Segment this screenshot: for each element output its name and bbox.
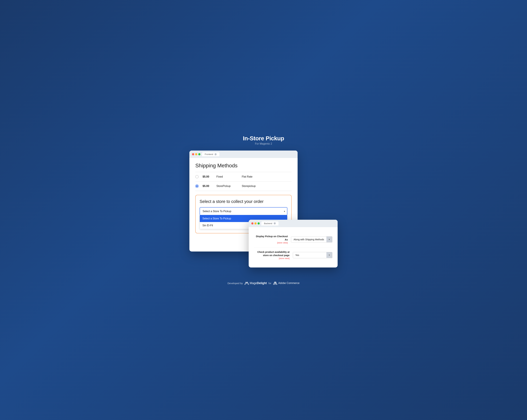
- dot-green: [198, 153, 200, 155]
- radio-storepickup[interactable]: [195, 185, 199, 188]
- frontend-tab-label: Frontend: [205, 153, 213, 155]
- adobe-commerce-text: Adobe Commerce: [278, 282, 300, 285]
- shipping-title: Shipping Methods: [195, 163, 292, 169]
- backend-label-display: Display Pickup on Checkout As [store vie…: [254, 235, 288, 244]
- shipping-row-2: $5.00 StorePickup Storepickup: [195, 181, 292, 191]
- frontend-tab: Frontend ✕: [202, 152, 219, 156]
- windows-area: Frontend ✕ Shipping Methods $5.00 Fixed …: [189, 151, 338, 263]
- shipping-row-1: $5.00 Fixed Flat Rate: [195, 172, 292, 181]
- radio-flat-rate[interactable]: [195, 175, 199, 178]
- adobe-icon: [273, 281, 277, 285]
- backend-titlebar: Backend ✕: [249, 220, 338, 227]
- brand-delight: Delight: [257, 281, 267, 285]
- window-controls: [192, 153, 200, 155]
- page-subtitle: For Magento 2: [243, 142, 284, 145]
- divider-bottom: [195, 191, 292, 191]
- backend-tab-close-icon[interactable]: ✕: [274, 222, 276, 224]
- frontend-titlebar: Frontend ✕: [189, 151, 297, 158]
- tab-close-icon[interactable]: ✕: [214, 153, 217, 155]
- backend-select-availability-value: Yes: [293, 252, 326, 258]
- footer-developed-by: Developed by: [227, 282, 243, 285]
- backend-store-view-1: [store view]: [254, 241, 288, 244]
- label-flat-rate: Flat Rate: [242, 175, 253, 178]
- backend-label-availability: Check product availability atstore on ch…: [254, 250, 289, 260]
- backend-select-availability: Yes ▾: [293, 252, 332, 258]
- backend-body: Display Pickup on Checkout As [store vie…: [249, 227, 338, 267]
- backend-dot-red: [251, 222, 253, 224]
- radio-inner-storepickup: [196, 185, 198, 187]
- page-title: In-Store Pickup: [243, 135, 284, 142]
- backend-select-display-btn[interactable]: ▾: [326, 236, 332, 242]
- backend-tab-label: Backend: [264, 222, 272, 225]
- select-wrapper: Select a Store To Pickup Sin El-Fil ▾: [200, 207, 287, 215]
- dot-yellow: [195, 153, 197, 155]
- brand-mage: Mage: [250, 281, 257, 285]
- magedelight-icon: [244, 281, 249, 285]
- method-flat-rate: Fixed: [216, 175, 238, 178]
- backend-store-view-2: [store view]: [254, 257, 289, 260]
- backend-select-display-value: Along with Shipping Methods: [291, 236, 326, 243]
- adobe-commerce-logo: Adobe Commerce: [273, 281, 300, 285]
- dot-red: [192, 153, 194, 155]
- backend-window: Backend ✕ Display Pickup on Checkout As …: [249, 220, 338, 267]
- label-storepickup: Storepickup: [242, 185, 256, 188]
- backend-tab: Backend ✕: [261, 221, 278, 225]
- backend-row-display: Display Pickup on Checkout As [store vie…: [254, 232, 332, 247]
- footer-for: for: [268, 282, 271, 285]
- page-footer: Developed by MageDelight for Adobe Comme…: [227, 281, 299, 285]
- magedelight-logo: MageDelight: [244, 281, 267, 285]
- backend-select-display: Along with Shipping Methods ▾: [291, 236, 332, 243]
- method-storepickup: StorePickup: [216, 185, 238, 188]
- page-header: In-Store Pickup For Magento 2: [243, 135, 284, 145]
- backend-dot-yellow: [254, 222, 257, 224]
- price-flat-rate: $5.00: [203, 175, 212, 178]
- backend-dot-green: [258, 222, 260, 224]
- backend-row-availability: Check product availability atstore on ch…: [254, 247, 332, 263]
- brand-name: MageDelight: [250, 281, 267, 285]
- backend-select-availability-btn[interactable]: ▾: [326, 252, 332, 258]
- price-storepickup: $5.00: [203, 185, 212, 188]
- page-wrapper: In-Store Pickup For Magento 2 Frontend ✕…: [189, 135, 338, 285]
- backend-window-controls: [251, 222, 260, 224]
- store-select-title: Select a store to collect your order: [200, 199, 287, 204]
- store-select-input[interactable]: Select a Store To Pickup Sin El-Fil: [200, 207, 287, 215]
